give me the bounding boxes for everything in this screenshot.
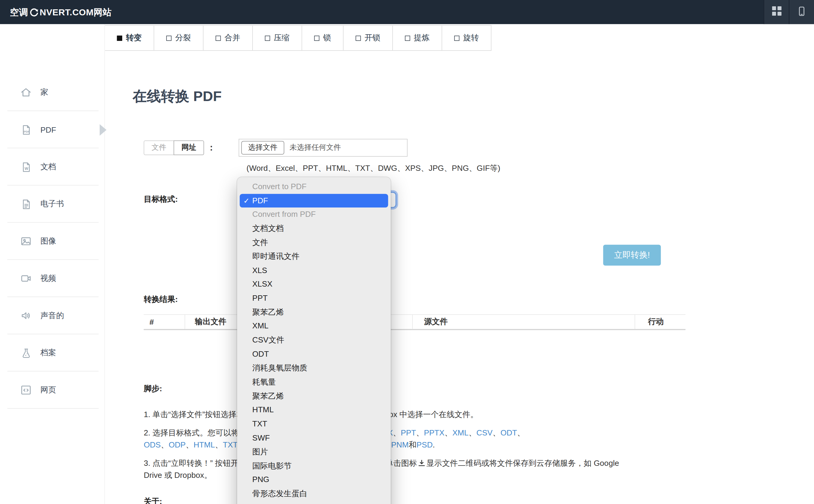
dropdown-option-XLS[interactable]: XLS — [237, 263, 391, 277]
dropdown-option-PDF[interactable]: ✓PDF — [240, 194, 388, 207]
brand-prefix: 空调 — [10, 6, 28, 18]
dropdown-item-label: Convert to PDF — [252, 182, 307, 191]
mobile-view-button[interactable] — [789, 0, 814, 24]
dropdown-option-PPT[interactable]: PPT — [237, 291, 391, 305]
tab-锁[interactable]: 锁 — [302, 26, 344, 50]
checkmark-icon: ✓ — [243, 194, 249, 207]
link-PPTX[interactable]: PPTX — [424, 428, 444, 437]
tab-label: 开锁 — [365, 33, 380, 43]
tab-label: 合并 — [225, 33, 240, 43]
supported-formats-hint: (Word、Excel、PPT、HTML、TXT、DWG、XPS、JPG、PNG… — [247, 164, 500, 174]
sidebar-item-文档[interactable]: W文档 — [0, 148, 105, 186]
dropdown-item-label: 文件 — [252, 238, 268, 247]
link-ODS[interactable]: ODS — [143, 440, 161, 449]
link-PSD[interactable]: PSD — [417, 440, 433, 449]
top-bar: 空调 NVERT.COM网站 — [0, 0, 814, 24]
dropdown-option-ODT[interactable]: ODT — [237, 347, 391, 361]
dropdown-option-骨形态发生蛋白[interactable]: 骨形态发生蛋白 — [237, 487, 391, 501]
dropdown-option-文档文档[interactable]: 文档文档 — [237, 222, 391, 235]
dropdown-option-图片[interactable]: 图片 — [237, 445, 391, 459]
tab-旋转[interactable]: 旋转 — [442, 26, 491, 50]
dropdown-item-label: 国际电影节 — [252, 461, 292, 470]
dropdown-option-聚苯乙烯[interactable]: 聚苯乙烯 — [237, 389, 391, 403]
unchecked-square-icon — [216, 35, 221, 41]
unchecked-square-icon — [405, 35, 410, 41]
dropdown-option-消耗臭氧层物质[interactable]: 消耗臭氧层物质 — [237, 361, 391, 375]
sidebar-item-声音的[interactable]: 声音的 — [0, 297, 105, 334]
about-label: 关于: — [143, 497, 162, 504]
sidebar: 家PDFPDFW文档电子书图像视频声音的档案网页 — [0, 24, 105, 504]
apps-grid-button[interactable] — [764, 0, 789, 24]
dropdown-item-label: 文档文档 — [252, 224, 284, 233]
steps: 1. 单击“选择文件”按钮选择本地文件或从 URL、Google Drive 或… — [143, 408, 689, 487]
sidebar-item-label: 视频 — [40, 273, 56, 283]
unchecked-square-icon — [166, 35, 171, 41]
dropdown-item-label: CSV文件 — [252, 335, 284, 344]
url-source-button[interactable]: 网址 — [174, 140, 204, 155]
dropdown-item-label: PPT — [252, 293, 268, 303]
dropdown-option-HTML[interactable]: HTML — [237, 403, 391, 417]
dropdown-item-label: ODT — [252, 349, 269, 358]
dropdown-group-Convert from PDF: Convert from PDF — [237, 207, 391, 221]
tab-合并[interactable]: 合并 — [204, 26, 253, 50]
dropdown-option-即时通讯文件[interactable]: 即时通讯文件 — [237, 250, 391, 263]
unchecked-square-icon — [356, 35, 361, 41]
dropdown-option-国际电影节[interactable]: 国际电影节 — [237, 459, 391, 473]
sidebar-item-PDF[interactable]: PDFPDF — [0, 111, 105, 148]
link-XML[interactable]: XML — [452, 428, 469, 437]
tab-压缩[interactable]: 压缩 — [253, 26, 302, 50]
download-icon — [418, 456, 425, 469]
dropdown-item-label: HTML — [252, 405, 274, 414]
dropdown-item-label: XML — [252, 321, 269, 330]
sidebar-item-档案[interactable]: 档案 — [0, 334, 105, 372]
link-ODT[interactable]: ODT — [500, 428, 517, 437]
link-PPT[interactable]: PPT — [401, 428, 416, 437]
page: 空调 NVERT.COM网站 转变分裂合并压缩锁开锁提炼旋转 家PDFPDFW文… — [0, 0, 814, 504]
dropdown-option-PNG[interactable]: PNG — [237, 473, 391, 487]
dropdown-item-label: PCX — [252, 503, 269, 504]
home-icon — [19, 86, 32, 98]
tab-提炼[interactable]: 提炼 — [393, 26, 442, 50]
sidebar-item-视频[interactable]: 视频 — [0, 260, 105, 297]
tab-开锁[interactable]: 开锁 — [344, 26, 393, 50]
sidebar-item-label: 声音的 — [40, 311, 64, 321]
convert-now-button[interactable]: 立即转换! — [603, 245, 661, 266]
sidebar-item-网页[interactable]: 网页 — [0, 371, 105, 409]
dropdown-item-label: 消耗臭氧层物质 — [252, 363, 307, 372]
step-text-1: 1. 单击“选择文件”按钮选择本地文件或从 URL、Google Drive 或… — [143, 408, 689, 420]
dropdown-option-文件[interactable]: 文件 — [237, 235, 391, 249]
dropdown-item-label: SWF — [252, 433, 270, 442]
site-brand: 空调 NVERT.COM网站 — [10, 6, 112, 18]
column-header-3: 源文件 — [412, 315, 635, 329]
sidebar-item-label: 图像 — [40, 236, 56, 246]
dropdown-option-SWF[interactable]: SWF — [237, 431, 391, 445]
sidebar-item-家[interactable]: 家 — [0, 74, 105, 111]
dropdown-item-label: XLSX — [252, 279, 273, 288]
tab-分裂[interactable]: 分裂 — [154, 26, 204, 50]
link-TXT[interactable]: TXT — [223, 440, 238, 449]
step-text-2: 2. 选择目标格式。您可以将PDF文件转换为DOC、DOCX、XLS、XLSX、… — [143, 426, 689, 451]
dropdown-option-耗氧量[interactable]: 耗氧量 — [237, 375, 391, 389]
dropdown-option-XML[interactable]: XML — [237, 319, 391, 333]
tab-label: 压缩 — [274, 33, 289, 43]
link-PNM[interactable]: PNM — [391, 440, 409, 449]
sidebar-item-电子书[interactable]: 电子书 — [0, 186, 105, 223]
dropdown-option-TXT[interactable]: TXT — [237, 417, 391, 431]
link-CSV[interactable]: CSV — [476, 428, 493, 437]
results-label: 转换结果: — [143, 294, 177, 304]
dropdown-option-聚苯乙烯[interactable]: 聚苯乙烯 — [237, 305, 391, 319]
tab-转变[interactable]: 转变 — [105, 26, 154, 50]
dropdown-item-label: 聚苯乙烯 — [252, 391, 284, 400]
dropdown-option-XLSX[interactable]: XLSX — [237, 278, 391, 291]
sidebar-item-label: 文档 — [40, 162, 56, 172]
choose-file-button[interactable]: 选择文件 — [241, 141, 284, 155]
dropdown-option-CSV文件[interactable]: CSV文件 — [237, 333, 391, 347]
sidebar-item-图像[interactable]: 图像 — [0, 223, 105, 260]
file-input[interactable]: 选择文件 未选择任何文件 — [239, 139, 408, 157]
brand-suffix: NVERT.COM网站 — [40, 6, 112, 18]
file-source-button[interactable]: 文件 — [143, 140, 174, 155]
tab-bar: 转变分裂合并压缩锁开锁提炼旋转 — [105, 25, 491, 51]
link-HTML[interactable]: HTML — [193, 440, 215, 449]
link-ODP[interactable]: ODP — [168, 440, 186, 449]
dropdown-option-PCX[interactable]: PCX — [237, 501, 391, 504]
